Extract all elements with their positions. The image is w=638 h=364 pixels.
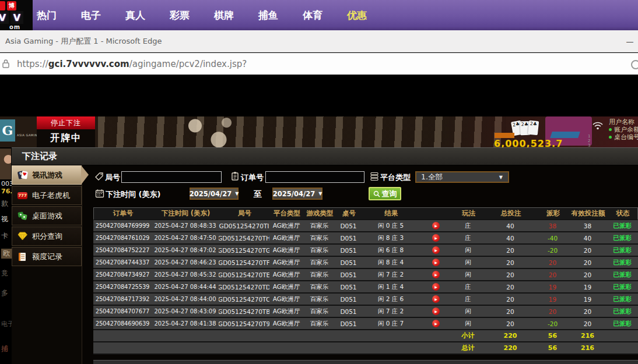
play-video-button[interactable] bbox=[432, 234, 440, 242]
table-cell: GD051254270TG bbox=[219, 245, 269, 256]
asia-gaming-logo: G ASIA GAMING bbox=[0, 119, 40, 142]
column-header: 结果 bbox=[362, 208, 420, 219]
orange-bar-decor bbox=[495, 133, 514, 138]
table-cell: AG欧洲厅 bbox=[269, 245, 303, 256]
nav-item-live[interactable]: 真人 bbox=[125, 9, 145, 22]
left-fragment: 欧 bbox=[1, 249, 12, 259]
nav-item-fishing[interactable]: 捕鱼 bbox=[258, 9, 278, 22]
column-header: 派彩 bbox=[537, 208, 569, 219]
play-video-button[interactable] bbox=[432, 259, 440, 266]
table-cell: 20 bbox=[484, 294, 537, 305]
address-bar[interactable]: https://gci.7vvvvvv.com/agingame/pcv2/in… bbox=[0, 53, 638, 76]
logo-badges: 博 bbox=[0, 1, 16, 10]
table-cell bbox=[420, 245, 452, 256]
lock-icon[interactable] bbox=[2, 59, 10, 69]
table-cell: D051 bbox=[335, 232, 362, 243]
sidebar-item-slot-machines[interactable]: 777 电子老虎机 bbox=[12, 186, 82, 205]
table-cell: 闲 bbox=[452, 269, 484, 280]
table-cell: 已派彩 bbox=[607, 269, 638, 280]
sidebar-item-label: 电子老虎机 bbox=[32, 190, 70, 201]
table-cell: 已派彩 bbox=[607, 232, 638, 243]
table-cell: 2025-04-27 08:44:00 bbox=[152, 294, 219, 305]
green-dot-icon bbox=[609, 128, 612, 131]
table-cell: D051 bbox=[335, 306, 362, 317]
player-info-labels: 用户名称 账户余额 桌台编号 bbox=[609, 118, 638, 141]
order-number-input[interactable] bbox=[265, 171, 364, 183]
date-from-select[interactable]: 2025/04/27 ▼ bbox=[190, 188, 239, 200]
total-bet: 220 bbox=[484, 342, 537, 354]
table-cell: D051 bbox=[335, 294, 362, 305]
column-header: 有效投注额 bbox=[569, 208, 607, 219]
table-cell: 20 bbox=[569, 269, 607, 280]
grand-total-row: 总计 220 56 216 bbox=[93, 342, 638, 355]
table-cell: 百家乐 bbox=[303, 269, 335, 280]
stop-betting-badge: 停止下注 bbox=[37, 116, 95, 129]
table-cell: 2025-04-27 08:43:09 bbox=[152, 306, 219, 317]
table-cell: 闲 0 庄 5 bbox=[362, 220, 420, 231]
table-cell: 250427084707677 bbox=[93, 306, 152, 317]
order-number-label: 订单号 bbox=[241, 172, 264, 183]
table-cell: -20 bbox=[537, 318, 569, 329]
sidebar-item-live-games[interactable]: 9♥ 视讯游戏 bbox=[12, 165, 82, 185]
table-cell: 闲 bbox=[452, 245, 484, 256]
play-video-button[interactable] bbox=[432, 222, 440, 229]
table-status-box: 停止下注 开牌中 bbox=[37, 116, 95, 147]
table-cell: 20 bbox=[484, 269, 537, 280]
table-cell: 百家乐 bbox=[303, 220, 335, 231]
play-video-button[interactable] bbox=[432, 320, 440, 327]
nav-item-hot[interactable]: 热门 bbox=[37, 9, 57, 22]
nav-item-slots[interactable]: 电子 bbox=[81, 9, 101, 22]
nav-menu: 热门 电子 真人 彩票 棋牌 捕鱼 体育 优惠 bbox=[37, 9, 367, 22]
slot-777-icon: 777 bbox=[17, 191, 28, 200]
site-navbar: 博 V V om 热门 电子 真人 彩票 棋牌 捕鱼 体育 优惠 bbox=[0, 0, 638, 30]
nav-item-promotions[interactable]: 优惠 bbox=[347, 9, 367, 22]
platform-type-select[interactable]: 1.全部 ▼ bbox=[415, 171, 509, 183]
url-text[interactable]: https://gci.7vvvvvv.com/agingame/pcv2/in… bbox=[17, 59, 247, 69]
table-cell: 20 bbox=[537, 306, 569, 317]
minimize-button[interactable]: — bbox=[622, 30, 638, 52]
table-cell: GD051254270TE bbox=[219, 269, 269, 280]
play-video-button[interactable] bbox=[432, 308, 440, 315]
nav-item-sports[interactable]: 体育 bbox=[303, 9, 322, 22]
date-to-select[interactable]: 2025/04/27 ▼ bbox=[272, 188, 322, 200]
play-video-button[interactable] bbox=[432, 295, 440, 303]
panel-title: 下注记录 bbox=[12, 148, 638, 165]
table-cell: 250427084752227 bbox=[93, 245, 152, 256]
table-cell bbox=[420, 269, 452, 280]
subtotal-valid: 216 bbox=[569, 330, 607, 341]
round-number-input[interactable] bbox=[121, 171, 222, 183]
play-video-button[interactable] bbox=[432, 246, 440, 254]
table-cell: 百家乐 bbox=[303, 281, 335, 292]
table-cell: 已派彩 bbox=[607, 281, 638, 292]
dealer-photo-fragment bbox=[0, 149, 11, 179]
table-cell: AG欧洲厅 bbox=[269, 306, 303, 317]
table-row: 2504270847443372025-04-27 08:46:23GD0512… bbox=[93, 257, 638, 269]
site-logo[interactable]: 博 V V om bbox=[0, 0, 33, 30]
table-cell: 百家乐 bbox=[303, 257, 335, 268]
logo-badge-cut-icon bbox=[0, 1, 5, 10]
play-video-button[interactable] bbox=[432, 283, 440, 291]
sidebar-item-table-games[interactable]: 桌面游戏 bbox=[12, 206, 82, 225]
left-fragment: 竟 bbox=[1, 268, 8, 278]
sidebar-item-credit-records[interactable]: 额度记录 bbox=[12, 247, 82, 266]
table-cell bbox=[420, 220, 452, 231]
table-cell: 已派彩 bbox=[607, 220, 638, 231]
play-video-button[interactable] bbox=[432, 271, 440, 278]
nav-item-lottery[interactable]: 彩票 bbox=[170, 9, 190, 22]
sidebar-item-points-query[interactable]: 积分查询 bbox=[12, 227, 82, 246]
table-cell: 庄 bbox=[452, 220, 484, 231]
table-cell: GD051254270TD bbox=[219, 281, 269, 292]
table-cell: 20 bbox=[484, 245, 537, 256]
table-cell: AG欧洲厅 bbox=[269, 257, 303, 268]
seat-numbers: 1 2 3 bbox=[588, 134, 590, 147]
left-fragment: 多 bbox=[1, 288, 8, 298]
table-cell: AG欧洲厅 bbox=[269, 269, 303, 280]
nav-item-boardgames[interactable]: 棋牌 bbox=[214, 9, 234, 22]
table-cell: GD051254270TC bbox=[219, 294, 269, 305]
table-cell: AG欧洲厅 bbox=[269, 220, 303, 231]
table-cell: 250427084744337 bbox=[93, 257, 152, 268]
left-fragment: 捕 bbox=[1, 344, 8, 354]
date-from-value: 2025/04/27 bbox=[190, 190, 232, 198]
search-button[interactable]: 查询 bbox=[369, 187, 401, 200]
platform-type-value: 1.全部 bbox=[421, 172, 443, 182]
